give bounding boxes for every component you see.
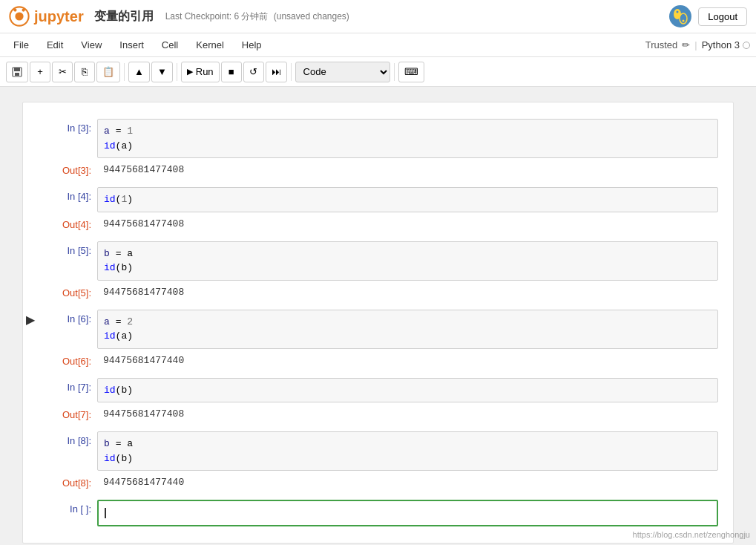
- cursor: [105, 508, 106, 518]
- svg-rect-11: [15, 73, 19, 76]
- menubar-right: Trusted ✏ | Python 3: [645, 39, 750, 50]
- menubar: File Edit View Insert Cell Kernel Help T…: [0, 33, 756, 57]
- cell-wrapper-1: In [3]: a = 1 id(a): [23, 117, 733, 160]
- output-4: 94475681477440: [97, 352, 718, 369]
- move-down-button[interactable]: ▼: [151, 62, 173, 82]
- jupyter-logo-icon: [9, 6, 30, 27]
- output-6: 94475681477440: [97, 474, 718, 491]
- menu-kernel[interactable]: Kernel: [188, 36, 231, 53]
- in-label-1: In [3]:: [38, 119, 97, 134]
- menu-insert[interactable]: Insert: [112, 36, 151, 53]
- svg-point-2: [13, 9, 16, 12]
- cell-wrapper-2: In [4]: id(1): [23, 186, 733, 214]
- separator-3: [291, 63, 292, 81]
- toolbar: + ✂ ⎘ 📋 ▲ ▼ ▶ Run ■ ↺ ⏭ Code Markdown Ra…: [0, 57, 756, 87]
- edit-pencil-icon[interactable]: ✏: [682, 39, 690, 50]
- run-indicator-active: ▶: [23, 310, 38, 327]
- restart-button[interactable]: ↺: [243, 62, 264, 82]
- output-wrapper-1: Out[3]: 94475681477408: [23, 160, 733, 180]
- logout-button[interactable]: Logout: [698, 7, 747, 26]
- run-indicator-1: [23, 119, 38, 122]
- add-cell-button[interactable]: +: [30, 62, 50, 82]
- topbar-right: Logout: [668, 4, 747, 28]
- svg-point-1: [15, 12, 23, 20]
- out-label-1: Out[3]:: [38, 161, 97, 176]
- keyboard-shortcuts-button[interactable]: ⌨: [398, 62, 424, 82]
- copy-button[interactable]: ⎘: [74, 62, 95, 82]
- cell-type-select[interactable]: Code Markdown Raw NBConvert Heading: [295, 62, 390, 82]
- svg-point-6: [680, 13, 687, 24]
- output-1: 94475681477408: [97, 161, 718, 178]
- checkpoint-info: Last Checkpoint: 6 分钟前 (unsaved changes): [165, 10, 349, 23]
- watermark: https://blog.csdn.net/zenghongju: [633, 530, 750, 539]
- move-up-button[interactable]: ▲: [128, 62, 150, 82]
- svg-point-7: [677, 11, 679, 13]
- notebook-container: In [3]: a = 1 id(a) Out[3]: 944756814774…: [22, 102, 734, 544]
- main-content: In [3]: a = 1 id(a) Out[3]: 944756814774…: [0, 87, 756, 545]
- code-cell-1[interactable]: a = 1 id(a): [97, 119, 718, 158]
- menu-cell[interactable]: Cell: [154, 36, 185, 53]
- separator-2: [177, 63, 177, 81]
- cut-button[interactable]: ✂: [52, 62, 73, 82]
- run-label: Run: [196, 66, 214, 77]
- menu-help[interactable]: Help: [234, 36, 269, 53]
- topbar: jupyter 变量的引用 Last Checkpoint: 6 分钟前 (un…: [0, 0, 756, 33]
- logo-area: jupyter 变量的引用 Last Checkpoint: 6 分钟前 (un…: [9, 6, 349, 27]
- menu-edit[interactable]: Edit: [39, 36, 70, 53]
- svg-point-8: [683, 20, 685, 22]
- run-button[interactable]: ▶ Run: [181, 62, 220, 82]
- svg-rect-10: [14, 68, 20, 71]
- separator-1: [124, 63, 125, 81]
- output-5: 94475681477408: [97, 405, 718, 422]
- kernel-circle-icon: [743, 42, 750, 49]
- run-icon: ▶: [187, 67, 193, 76]
- kernel-status: Python 3: [702, 39, 750, 50]
- python-icon: [668, 4, 692, 28]
- interrupt-button[interactable]: ■: [221, 62, 242, 82]
- separator: |: [694, 39, 697, 50]
- active-cell[interactable]: [97, 500, 718, 526]
- menu-view[interactable]: View: [73, 36, 109, 53]
- restart-run-button[interactable]: ⏭: [266, 62, 287, 82]
- separator-4: [394, 63, 395, 81]
- save-button[interactable]: [6, 62, 28, 82]
- menu-file[interactable]: File: [6, 36, 36, 53]
- paste-button[interactable]: 📋: [96, 62, 120, 82]
- jupyter-text: jupyter: [34, 8, 84, 25]
- svg-point-3: [22, 9, 25, 12]
- output-2: 94475681477408: [97, 215, 718, 232]
- output-3: 94475681477408: [97, 284, 718, 301]
- notebook-title: 变量的引用: [94, 9, 154, 25]
- trusted-label: Trusted: [645, 39, 678, 50]
